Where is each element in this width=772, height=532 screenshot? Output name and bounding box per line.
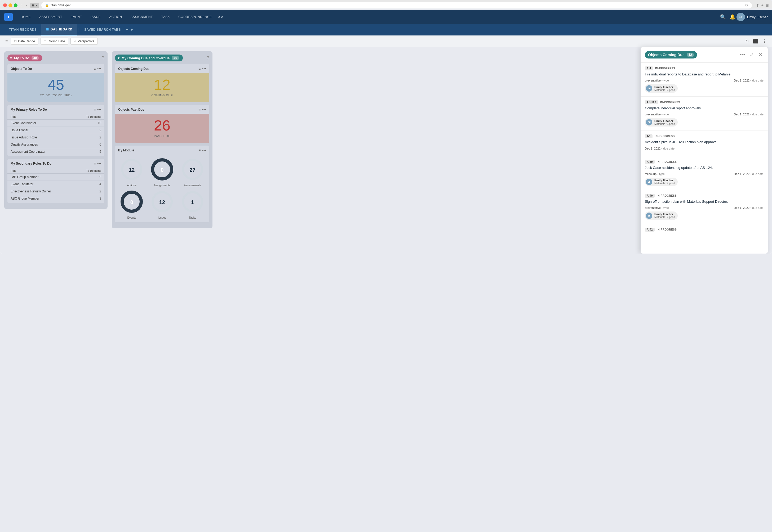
nav-task[interactable]: TASK [157, 13, 173, 20]
side-panel-close-icon[interactable]: ✕ [757, 51, 764, 59]
table-row[interactable]: ABC Group Member 3 [7, 195, 104, 202]
filter-coming-due-icon[interactable]: ≡ [199, 67, 201, 71]
filter-widget-icon[interactable]: ≡ [93, 67, 96, 71]
objects-past-due-number: 26 [118, 118, 206, 133]
donut-item[interactable]: 27 Assessments [179, 158, 206, 187]
close-button[interactable] [3, 3, 7, 7]
tab-dropdown-icon[interactable]: ▾ [130, 27, 133, 33]
nav-assessment[interactable]: ASSESSMENT [35, 13, 66, 20]
role-count: 2 [71, 134, 104, 141]
maximize-button[interactable] [14, 3, 17, 7]
donut-value: 0 [160, 167, 163, 173]
donut-item[interactable]: 0 Assignments [148, 158, 176, 187]
my-todo-toggle[interactable]: ▾ My To Do 40 [7, 55, 42, 61]
more-coming-due-icon[interactable]: ••• [202, 67, 206, 71]
add-tab-icon[interactable]: + [125, 27, 128, 33]
detail-item-status: IN-PROGRESS [655, 135, 675, 138]
perspective-button[interactable]: ○ Perspective [70, 38, 98, 45]
coming-due-help-icon[interactable]: ? [207, 55, 209, 61]
table-row[interactable]: Issue Advisor Role 2 [7, 134, 104, 141]
date-range-button[interactable]: □ Date Range [11, 38, 38, 45]
detail-item-attrs: preventative • type Dec 1, 2022 • due da… [645, 206, 764, 209]
filter-primary-icon[interactable]: ≡ [93, 107, 96, 112]
filter-past-due-icon[interactable]: ≡ [199, 107, 201, 112]
detail-item-id: T-1 [645, 134, 653, 138]
more-widget-icon[interactable]: ••• [97, 67, 101, 71]
more-past-due-icon[interactable]: ••• [202, 107, 206, 112]
rolling-date-button[interactable]: □ Rolling Date [40, 38, 68, 45]
minimize-button[interactable] [8, 3, 12, 7]
nav-correspondence[interactable]: CORRESPONDENCE [174, 13, 216, 20]
filter-icon[interactable]: ≡ [4, 38, 9, 45]
nav-assignment[interactable]: ASSIGNMENT [127, 13, 156, 20]
detail-item[interactable]: T-1 IN-PROGRESS Accident Spike in JC-B20… [641, 130, 768, 156]
nav-event[interactable]: EVENT [67, 13, 86, 20]
donut-item[interactable]: 1 Tasks [179, 190, 206, 219]
side-panel-more-icon[interactable]: ••• [739, 51, 746, 59]
donut-item[interactable]: 12 Issues [148, 190, 176, 219]
address-bar[interactable]: 🔒 titan.nnsa.gov ↻ [41, 2, 752, 8]
forward-button[interactable]: › [25, 3, 28, 8]
donut-item[interactable]: 12 Actions [118, 158, 145, 187]
objects-coming-due-card: Objects Coming Due ≡ ••• 12 COMING DUE [115, 64, 209, 102]
primary-role-col: Role [7, 114, 71, 120]
refresh-icon[interactable]: ↻ [744, 38, 750, 45]
objects-to-do-card: Objects To Do ≡ ••• 45 TO DO (COMBINED) [7, 64, 104, 102]
table-row[interactable]: Effectiveness Review Owner 2 [7, 188, 104, 195]
new-tab-icon[interactable]: + [761, 3, 764, 7]
detail-item[interactable]: A-1 IN-PROGRESS File individual reports … [641, 63, 768, 97]
nav-home[interactable]: HOME [17, 13, 34, 20]
detail-item[interactable]: A-42 IN-PROGRESS [641, 224, 768, 237]
sub-nav-saved-search[interactable]: SAVED SEARCH TABS [80, 24, 124, 35]
more-options-icon[interactable]: ⋮ [761, 38, 768, 45]
nav-user[interactable]: EF Emily Fischer [737, 13, 768, 21]
reload-icon[interactable]: ↻ [745, 3, 748, 7]
side-panel-expand-icon[interactable]: ⤢ [749, 51, 755, 59]
grid-icon[interactable]: ⊞ [766, 3, 769, 7]
detail-item-meta: A-40 IN-PROGRESS [645, 194, 764, 198]
table-row[interactable]: Event Coordinator 10 [7, 120, 104, 127]
detail-item-type: preventative • type [645, 206, 669, 209]
donut-item[interactable]: 0 Events [118, 190, 145, 219]
app-logo[interactable]: T [4, 13, 13, 21]
detail-item[interactable]: A-40 IN-PROGRESS Sign-off on action plan… [641, 190, 768, 224]
table-row[interactable]: IMB Group Member 9 [7, 174, 104, 181]
more-secondary-icon[interactable]: ••• [97, 161, 101, 166]
coming-due-toggle[interactable]: ▾ My Coming Due and Overdue 40 [115, 55, 183, 61]
save-icon[interactable]: ⬛ [752, 38, 759, 45]
search-icon[interactable]: 🔍 [720, 14, 726, 20]
detail-item[interactable]: A-39 IN-PROGRESS Jack Case accident log … [641, 156, 768, 190]
filter-by-module-icon[interactable]: ≡ [199, 148, 201, 152]
my-todo-help-icon[interactable]: ? [102, 55, 104, 61]
table-row[interactable]: Quality Assurances 6 [7, 141, 104, 148]
assignee-role: Materials Support [654, 89, 675, 92]
sub-nav-dashboard[interactable]: ⊞ DASHBOARD [41, 24, 77, 35]
detail-item-date: Dec 1, 2022 • due date [734, 113, 764, 116]
table-row[interactable]: Issue Owner 2 [7, 127, 104, 134]
sub-nav-dashboard-label: DASHBOARD [51, 28, 73, 31]
detail-item[interactable]: AS-123 IN-PROGRESS Complete individual r… [641, 97, 768, 130]
back-button[interactable]: ‹ [20, 3, 23, 8]
widget-header-icons: ≡ ••• [93, 67, 101, 71]
donut-label: Assignments [148, 184, 176, 187]
share-icon[interactable]: ⬆ [756, 3, 759, 7]
donut-chart: 12 [150, 190, 174, 214]
more-by-module-icon[interactable]: ••• [202, 148, 206, 152]
more-primary-icon[interactable]: ••• [97, 107, 101, 112]
assignee-role: Materials Support [654, 123, 675, 125]
donut-chart: 0 [120, 190, 143, 214]
table-row[interactable]: Assessment Coordinator 5 [7, 148, 104, 155]
bell-icon[interactable]: 🔔 [730, 14, 735, 20]
filter-secondary-icon[interactable]: ≡ [93, 161, 96, 166]
nav-more-icon[interactable]: >> [218, 14, 223, 20]
table-row[interactable]: Event Facilitator 4 [7, 181, 104, 188]
detail-item-status: IN-PROGRESS [660, 101, 680, 104]
sub-nav-titan-records[interactable]: TITAN RECORDS [4, 24, 41, 35]
browser-tab[interactable]: ⊞ ▾ [30, 3, 39, 8]
nav-issue[interactable]: ISSUE [87, 13, 105, 20]
coming-due-panel: ▾ My Coming Due and Overdue 40 ? Objects… [112, 51, 213, 228]
side-panel-count: 12 [687, 53, 694, 57]
detail-item-title: Complete individual report approvals. [645, 106, 764, 111]
nav-action[interactable]: ACTION [105, 13, 125, 20]
side-panel-title-badge: Objects Coming Due 12 [645, 51, 697, 58]
